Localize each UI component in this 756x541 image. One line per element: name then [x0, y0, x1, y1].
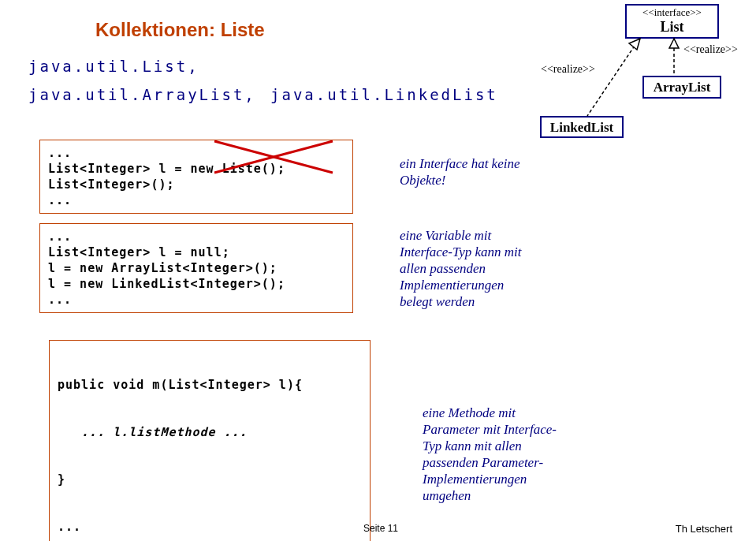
page-heading: Kollektionen: Liste	[95, 19, 265, 41]
cb1-l4: ...	[48, 192, 344, 208]
note3-l2: Parameter mit Interface-	[423, 421, 557, 438]
cb2-l4: l = new LinkedList<Integer>();	[48, 276, 344, 292]
note2-l4: Implementierungen	[400, 277, 522, 293]
class-linkedlist-name: LinkedList	[550, 120, 613, 135]
cb3-l3: }	[58, 472, 362, 487]
svg-line-2	[587, 46, 635, 116]
code-line-1: java.util.List,	[28, 58, 199, 75]
class-arraylist-name: ArrayList	[654, 80, 711, 95]
note3-l1: eine Methode mit	[423, 405, 557, 421]
code-box-3: public void m(List<Integer> l){ ... l.li…	[49, 340, 371, 541]
svg-marker-3	[629, 39, 640, 50]
note2-l1: eine Variable mit	[400, 227, 522, 244]
cb3-l4: ...	[58, 519, 362, 535]
uml-class-linkedlist: LinkedList	[540, 116, 624, 138]
cb2-l3: l = new ArrayList<Integer>();	[48, 260, 344, 276]
note-3: eine Methode mit Parameter mit Interface…	[423, 405, 557, 504]
cb3-l2: ... l.listMethode ...	[58, 424, 362, 440]
code-line-2b: java.util.LinkedList	[270, 86, 498, 103]
note1-l2: Objekte!	[400, 172, 520, 188]
cb2-l2: List<Integer> l = null;	[48, 244, 344, 260]
note3-l6: umgehen	[423, 487, 557, 504]
code-line-2a: java.util.ArrayList,	[28, 86, 256, 103]
footer-author: Th Letschert	[676, 523, 732, 535]
code-box-2: ... List<Integer> l = null; l = new Arra…	[39, 223, 353, 313]
uml-class-arraylist: ArrayList	[642, 76, 721, 99]
note-2: eine Variable mit Interface-Typ kann mit…	[400, 227, 522, 310]
note2-l2: Interface-Typ kann mit	[400, 244, 522, 260]
note3-l3: Typ kann mit allen	[423, 438, 557, 454]
interface-tag: <<interface>>	[627, 6, 717, 19]
uml-interface-list: <<interface>> List	[625, 4, 719, 39]
note3-l4: passenden Parameter-	[423, 454, 557, 471]
cb3-l1: public void m(List<Integer> l){	[58, 377, 362, 393]
note2-l3: allen passenden	[400, 260, 522, 277]
note-1: ein Interface hat keine Objekte!	[400, 155, 520, 188]
footer-page-number: Seite 11	[363, 523, 398, 534]
svg-marker-1	[669, 39, 679, 48]
cb2-l1: ...	[48, 229, 344, 244]
realize-left-label: <<realize>>	[541, 63, 595, 76]
note3-l5: Implementierungen	[423, 471, 557, 487]
interface-list-name: List	[627, 19, 717, 35]
note2-l5: belegt werden	[400, 293, 522, 310]
cb2-l5: ...	[48, 292, 344, 308]
red-x-icon	[207, 135, 341, 182]
note1-l1: ein Interface hat keine	[400, 155, 520, 172]
realize-right-label: <<realize>>	[683, 43, 738, 56]
